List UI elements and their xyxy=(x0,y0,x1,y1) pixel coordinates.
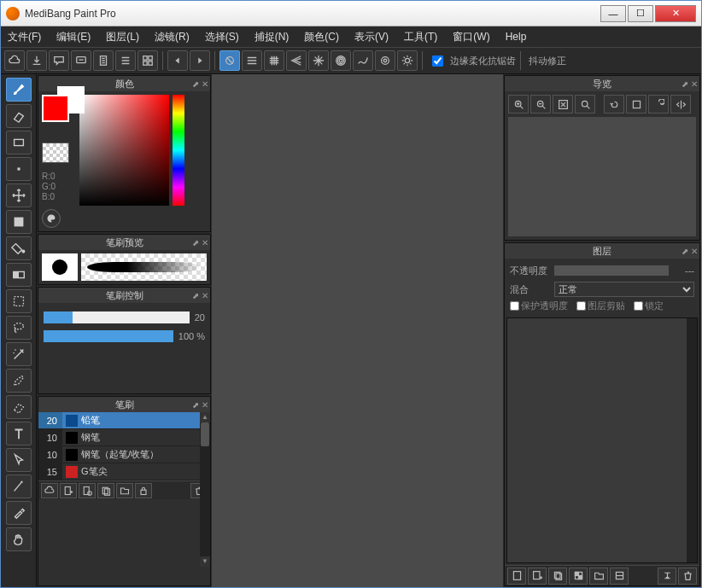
layer-list[interactable] xyxy=(506,317,698,563)
menu-filter[interactable]: 滤镜(R) xyxy=(155,30,190,44)
scroll-thumb[interactable] xyxy=(201,422,209,446)
brush-dup-button[interactable] xyxy=(97,483,114,498)
delete-layer-button[interactable] xyxy=(678,568,697,585)
close-panel-icon[interactable]: ✕ xyxy=(202,238,208,247)
lock-check[interactable]: 锁定 xyxy=(634,300,664,312)
document-button[interactable] xyxy=(93,50,114,71)
lasso-tool[interactable] xyxy=(6,316,32,340)
antialias-checkbox[interactable] xyxy=(432,55,443,67)
settings-button[interactable] xyxy=(397,50,418,71)
snap-radial-button[interactable] xyxy=(308,50,329,71)
divide-tool[interactable] xyxy=(6,474,32,498)
checker-layer-button[interactable] xyxy=(569,568,588,585)
protect-alpha-check[interactable]: 保护透明度 xyxy=(510,300,568,312)
close-panel-icon[interactable]: ✕ xyxy=(202,400,208,410)
snap-grid-button[interactable] xyxy=(264,50,284,71)
move-tool[interactable] xyxy=(6,183,32,207)
eyedropper-tool[interactable] xyxy=(6,501,32,525)
menu-layer[interactable]: 图层(L) xyxy=(106,30,139,44)
grid-button[interactable] xyxy=(137,50,158,71)
transparent-swatch[interactable] xyxy=(42,143,69,163)
menu-tools[interactable]: 工具(T) xyxy=(404,30,437,44)
snap-off-button[interactable] xyxy=(219,50,240,71)
close-panel-icon[interactable]: ✕ xyxy=(202,291,208,300)
close-panel-icon[interactable]: ✕ xyxy=(691,79,698,89)
export-button[interactable] xyxy=(26,50,47,71)
layer-scrollbar[interactable] xyxy=(687,318,697,562)
list-button[interactable] xyxy=(115,50,136,71)
color-picker[interactable] xyxy=(79,95,169,206)
snap-parallel-button[interactable] xyxy=(242,50,262,71)
zoom-out-button[interactable] xyxy=(530,95,551,114)
brush-item[interactable]: 10钢笔 xyxy=(38,429,210,446)
detach-icon[interactable]: ⬈ xyxy=(192,238,199,247)
clipping-check[interactable]: 图层剪贴 xyxy=(576,300,625,312)
menu-window[interactable]: 窗口(W) xyxy=(453,30,489,44)
brush-add2-button[interactable] xyxy=(79,483,96,498)
select-eraser-tool[interactable] xyxy=(6,395,32,419)
folder-layer-button[interactable] xyxy=(589,568,608,585)
menu-edit[interactable]: 编辑(E) xyxy=(56,30,91,44)
brush-item[interactable]: 20铅笔 xyxy=(38,412,210,429)
bucket-tool[interactable] xyxy=(6,236,32,260)
canvas-area[interactable] xyxy=(212,74,503,587)
operation-tool[interactable] xyxy=(6,448,32,472)
zoom-in-button[interactable] xyxy=(508,95,529,114)
zoom-actual-button[interactable] xyxy=(575,95,595,114)
close-panel-icon[interactable]: ✕ xyxy=(691,247,698,256)
text-tool[interactable] xyxy=(6,422,32,445)
palette-icon[interactable] xyxy=(42,209,61,228)
brush-folder-button[interactable] xyxy=(116,483,133,498)
detach-icon[interactable]: ⬈ xyxy=(192,400,199,410)
brush-scrollbar[interactable]: ▲ ▼ xyxy=(200,412,210,567)
brush-tool[interactable] xyxy=(6,78,32,102)
scroll-up-icon[interactable]: ▲ xyxy=(200,412,210,422)
snap-vanish-button[interactable] xyxy=(286,50,307,71)
new-layer-plus-button[interactable] xyxy=(528,568,547,585)
flip-button[interactable] xyxy=(670,95,691,114)
menu-select[interactable]: 选择(S) xyxy=(205,30,239,44)
clip-layer-button[interactable] xyxy=(610,568,629,585)
foreground-color[interactable] xyxy=(42,95,69,122)
redo-button[interactable] xyxy=(190,50,210,71)
snap-curve-button[interactable] xyxy=(353,50,373,71)
undo-button[interactable] xyxy=(167,50,188,71)
select-rect-tool[interactable] xyxy=(6,289,32,313)
brush-item[interactable]: 15G笔尖 xyxy=(38,463,210,480)
zoom-fit-button[interactable] xyxy=(553,95,573,114)
chat-button[interactable] xyxy=(71,50,91,71)
menu-view[interactable]: 表示(V) xyxy=(354,30,389,44)
menu-snap[interactable]: 捕捉(N) xyxy=(254,30,290,44)
brush-opacity-slider[interactable] xyxy=(44,330,173,342)
comment-button[interactable] xyxy=(49,50,69,71)
hue-slider[interactable] xyxy=(173,95,184,206)
detach-icon[interactable]: ⬈ xyxy=(192,291,199,300)
scroll-down-icon[interactable]: ▼ xyxy=(200,556,210,567)
maximize-button[interactable]: ☐ xyxy=(628,5,653,22)
brush-item[interactable]: 10钢笔（起笔/收笔） xyxy=(38,446,210,463)
dup-layer-button[interactable] xyxy=(548,568,567,585)
layer-opacity-slider[interactable] xyxy=(554,265,669,276)
dot-tool[interactable] xyxy=(6,157,32,181)
menu-file[interactable]: 文件(F) xyxy=(8,30,41,44)
brush-size-slider[interactable] xyxy=(44,311,190,323)
brush-lock-button[interactable] xyxy=(135,483,152,498)
fill-tool[interactable] xyxy=(6,210,32,234)
eraser-tool[interactable] xyxy=(6,104,32,128)
close-panel-icon[interactable]: ✕ xyxy=(202,79,208,89)
rotate-cw-button[interactable] xyxy=(648,95,669,114)
minimize-button[interactable]: — xyxy=(600,5,626,22)
rotate-ccw-button[interactable] xyxy=(604,95,624,114)
cloud-button[interactable] xyxy=(4,50,25,71)
rotate-reset-button[interactable] xyxy=(626,95,646,114)
magic-wand-tool[interactable] xyxy=(6,342,32,366)
new-layer-button[interactable] xyxy=(507,568,526,585)
close-button[interactable]: ✕ xyxy=(655,5,696,22)
merge-layer-button[interactable] xyxy=(658,568,676,585)
brush-add-button[interactable] xyxy=(60,483,77,498)
menu-help[interactable]: Help xyxy=(506,31,527,43)
select-pen-tool[interactable] xyxy=(6,369,32,393)
menu-color[interactable]: 颜色(C) xyxy=(304,30,339,44)
snap-settings-button[interactable] xyxy=(375,50,395,71)
detach-icon[interactable]: ⬈ xyxy=(682,79,688,89)
